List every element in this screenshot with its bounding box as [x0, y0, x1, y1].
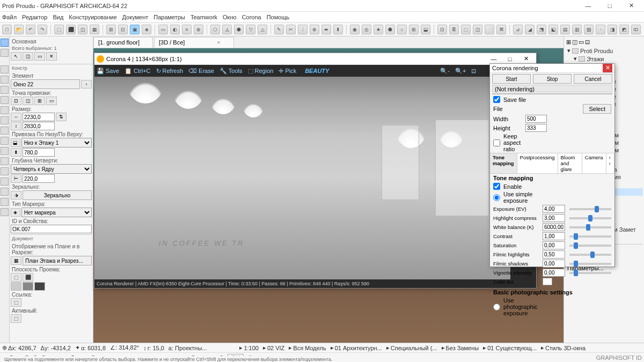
tool-active-icon[interactable]: ▣ [130, 25, 140, 34]
element-selector[interactable]: Окно 22 [11, 79, 80, 89]
tool-new-icon[interactable]: □ [2, 25, 12, 34]
viz-selector[interactable]: ▸ 02 VIZ [263, 344, 284, 351]
slider-input[interactable] [543, 241, 565, 249]
mirror-button[interactable]: Зеркально [23, 190, 92, 200]
stair-tool-icon[interactable] [1, 127, 9, 135]
slider-track[interactable] [569, 245, 611, 247]
vfb-close[interactable]: ✕ [518, 55, 534, 62]
menu-file[interactable]: Файл [2, 14, 17, 20]
tool-icon[interactable]: ⊕ [194, 25, 203, 34]
tool-icon[interactable]: ▦ [90, 25, 99, 34]
photo-radio[interactable] [493, 304, 500, 311]
slider-input[interactable] [543, 205, 565, 213]
tab-nav[interactable]: ‹ › [606, 153, 614, 173]
slider-track[interactable] [569, 254, 611, 256]
tool-icon[interactable]: ≣ [449, 25, 459, 34]
menu-view[interactable]: Вид [53, 14, 63, 20]
tool-icon[interactable]: ⬞ [596, 25, 605, 34]
anchor-icon[interactable]: ▭ [46, 97, 57, 105]
menu-edit[interactable]: Редактор [22, 14, 47, 20]
stop-button[interactable]: Stop [533, 74, 572, 84]
tool-icon[interactable]: ◫ [78, 25, 87, 34]
zamen-selector[interactable]: ▸ Без Замены [442, 344, 479, 351]
slider-track[interactable] [569, 263, 611, 265]
morph-tool-icon[interactable] [1, 178, 9, 186]
sel-icon[interactable]: ◫ [23, 52, 33, 61]
tool-icon[interactable]: ⬍ [333, 25, 343, 34]
spec-selector[interactable]: ▸ Специальный (... [386, 344, 437, 351]
tool-icon[interactable]: ◩ [619, 25, 629, 34]
object-tool-icon[interactable] [1, 188, 9, 196]
lamp-tool-icon[interactable] [1, 208, 9, 216]
wall-tool-icon[interactable] [1, 65, 9, 73]
proj-icon[interactable]: ⬚ [11, 273, 21, 282]
tool-icon[interactable]: ⬌ [321, 25, 331, 34]
tool-icon[interactable]: ⬟ [385, 25, 395, 34]
tool-icon[interactable]: ◢ [525, 25, 535, 34]
swatch-icon[interactable] [11, 282, 21, 291]
tool-icon[interactable]: ⬢ [234, 25, 244, 34]
tool-icon[interactable]: ⬔ [537, 25, 546, 34]
vfb-refresh-button[interactable]: ↻ Refresh [156, 68, 184, 75]
cancel-button[interactable]: Cancel [574, 74, 612, 84]
tool-icon[interactable]: ⌂ [397, 25, 407, 34]
tool-icon[interactable]: ⊞ [409, 25, 419, 34]
slider-input[interactable] [543, 214, 565, 222]
door-tool-icon[interactable] [1, 76, 9, 84]
link-icon[interactable]: ⇅ [56, 113, 67, 121]
marker-select[interactable]: Нет маркера [21, 208, 92, 217]
slider-input[interactable] [543, 269, 565, 277]
vfb-minimize[interactable]: — [486, 56, 502, 62]
tool-icon[interactable]: ⬕ [548, 25, 558, 34]
style3d-selector[interactable]: ▸ Стиль 3D-окна [541, 344, 586, 351]
menu-window[interactable]: Окно [223, 14, 237, 20]
link-icon[interactable]: ⬚ [11, 298, 21, 307]
anchor-icon[interactable]: ◫ [23, 97, 33, 105]
tool-icon[interactable]: ⬡ [210, 25, 220, 34]
tool-icon[interactable]: ◬ [222, 25, 232, 34]
swatch-icon[interactable] [23, 282, 33, 291]
start-button[interactable]: Start [492, 74, 531, 84]
floor-select[interactable]: Низ к Этажу 1 [21, 138, 92, 147]
proj-icon[interactable]: ⬛ [23, 273, 33, 282]
depth-input[interactable] [23, 174, 55, 183]
tool-icon[interactable]: ▽ [246, 25, 255, 34]
tab-camera[interactable]: Camera [582, 153, 606, 173]
zoom-out-icon[interactable]: 🔍- [440, 68, 450, 75]
anchor-icon[interactable]: ⊞ [34, 97, 45, 105]
slider-track[interactable] [569, 217, 611, 219]
tool-icon[interactable]: ▧ [584, 25, 594, 34]
maximize-button[interactable]: □ [599, 3, 620, 9]
column-tool-icon[interactable] [1, 96, 9, 104]
marquee-tool-icon[interactable] [1, 49, 9, 57]
sel-icon[interactable]: ▭ [34, 52, 45, 61]
menu-corona[interactable]: Corona [242, 14, 261, 20]
tool-icon[interactable]: ✎ [274, 25, 284, 34]
arch-selector[interactable]: ▸ 01 Архитектурн... [331, 344, 382, 351]
window-tool-icon[interactable] [1, 86, 9, 94]
tab-bloom[interactable]: Bloom and glare [558, 153, 582, 173]
tool-icon[interactable]: ⬚ [461, 25, 471, 34]
swatch-icon[interactable] [34, 282, 45, 291]
nav-icon[interactable]: ⊡ [585, 39, 590, 46]
tool-icon[interactable]: ⬓ [421, 25, 430, 34]
slider-input[interactable] [543, 232, 565, 240]
tree-item[interactable]: ▾Этажи [565, 55, 643, 63]
slider-input[interactable] [543, 260, 565, 268]
menu-design[interactable]: Конструирование [69, 14, 116, 20]
tool-icon[interactable]: ◈ [142, 25, 151, 34]
offset-input[interactable] [23, 148, 55, 157]
zone-tool-icon[interactable] [1, 198, 9, 206]
slider-track[interactable] [569, 208, 611, 210]
slider-track[interactable] [569, 235, 611, 238]
menu-options[interactable]: Параметры [153, 14, 185, 20]
tab-ground-floor[interactable]: [1. ground floor] [93, 37, 153, 48]
tool-icon[interactable]: ⌘ [496, 25, 506, 34]
tool-undo-icon[interactable]: ↶ [26, 25, 35, 34]
colortint-swatch[interactable] [543, 278, 552, 285]
vfb-tools-button[interactable]: 🔧 Tools [219, 68, 243, 75]
slider-input[interactable] [543, 250, 565, 258]
tab-tonemapping[interactable]: Tone mapping [490, 153, 517, 173]
tool-icon[interactable]: ◉ [350, 25, 360, 34]
arrow-icon[interactable]: ↖ [11, 52, 21, 61]
